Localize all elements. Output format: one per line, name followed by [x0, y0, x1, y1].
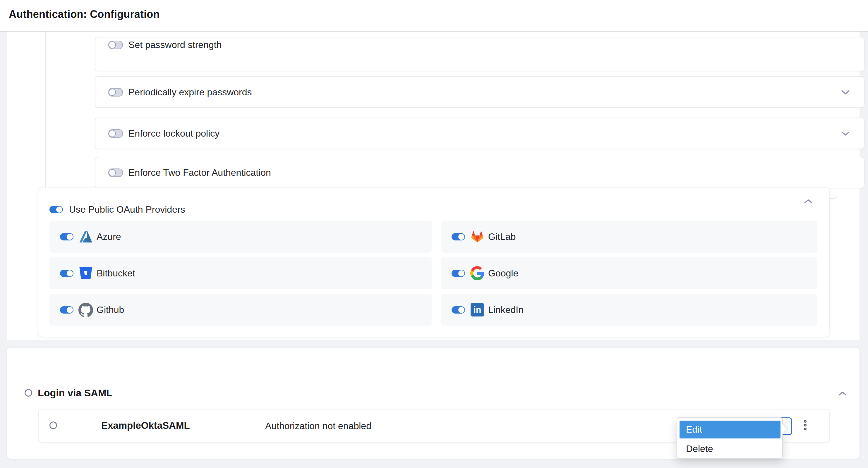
provider-label: GitLab	[488, 231, 516, 242]
toggle-lockout-policy[interactable]	[108, 129, 123, 138]
saml-connection-name: ExampleOktaSAML	[101, 420, 190, 431]
menu-item-delete[interactable]: Delete	[680, 441, 780, 457]
provider-label: Bitbucket	[97, 268, 135, 279]
setting-label: Enforce Two Factor Authentication	[128, 167, 271, 178]
toggle-google[interactable]	[452, 270, 465, 277]
saml-section-title: Login via SAML	[38, 387, 113, 399]
toggle-clipped-setting[interactable]	[108, 41, 123, 49]
toggle-bitbucket[interactable]	[60, 270, 73, 277]
saml-connection-radio[interactable]	[50, 422, 57, 429]
setting-label: Enforce lockout policy	[128, 128, 219, 139]
gitlab-icon	[470, 229, 485, 244]
provider-label: LinkedIn	[488, 304, 524, 315]
toggle-public-oauth[interactable]	[50, 206, 63, 213]
azure-icon	[79, 229, 93, 244]
menu-item-edit[interactable]: Edit	[680, 421, 780, 438]
oauth-section-title: Use Public OAuth Providers	[69, 204, 185, 215]
bitbucket-icon	[79, 266, 93, 280]
provider-row-github[interactable]: Github	[50, 294, 432, 326]
context-menu: Edit Delete	[677, 417, 783, 459]
provider-row-gitlab[interactable]: GitLab	[441, 221, 817, 253]
saml-section-radio[interactable]	[25, 389, 32, 397]
linkedin-icon: in	[470, 302, 485, 317]
setting-label: Set password strength	[128, 39, 221, 50]
provider-row-linkedin[interactable]: in LinkedIn	[441, 294, 817, 326]
provider-row-bitbucket[interactable]: Bitbucket	[50, 257, 432, 289]
page-title: Authentication: Configuration	[9, 8, 160, 21]
toggle-two-factor[interactable]	[108, 168, 123, 177]
provider-row-google[interactable]: Google	[441, 257, 817, 289]
google-icon	[470, 266, 485, 280]
saml-connection-status: Authorization not enabled	[265, 421, 371, 431]
provider-label: Google	[488, 268, 518, 279]
toggle-expire-passwords[interactable]	[108, 88, 123, 97]
chevron-up-icon[interactable]	[838, 391, 847, 396]
password-settings-card: Set password strength Periodically expir…	[45, 18, 837, 199]
provider-row-azure[interactable]: Azure	[50, 221, 432, 253]
toggle-linkedin[interactable]	[452, 306, 465, 313]
page-header: Authentication: Configuration	[0, 0, 868, 32]
setting-row-expire-passwords[interactable]: Periodically expire passwords	[95, 76, 865, 108]
kebab-menu-button[interactable]	[796, 415, 814, 435]
provider-label: Azure	[97, 231, 121, 242]
setting-row-lockout-policy[interactable]: Enforce lockout policy	[95, 118, 865, 149]
setting-row-clipped[interactable]: Set password strength	[95, 37, 865, 71]
oauth-providers-card: Use Public OAuth Providers Azure Bitbuck…	[38, 187, 830, 337]
github-icon	[79, 302, 93, 317]
toggle-gitlab[interactable]	[452, 233, 465, 240]
chevron-down-icon[interactable]	[841, 131, 850, 136]
provider-label: Github	[97, 304, 124, 315]
toggle-github[interactable]	[60, 306, 73, 313]
setting-row-two-factor[interactable]: Enforce Two Factor Authentication	[95, 157, 865, 188]
chevron-up-icon[interactable]	[804, 199, 813, 204]
toggle-azure[interactable]	[60, 233, 73, 240]
chevron-down-icon[interactable]	[841, 90, 850, 95]
setting-label: Periodically expire passwords	[128, 87, 252, 98]
